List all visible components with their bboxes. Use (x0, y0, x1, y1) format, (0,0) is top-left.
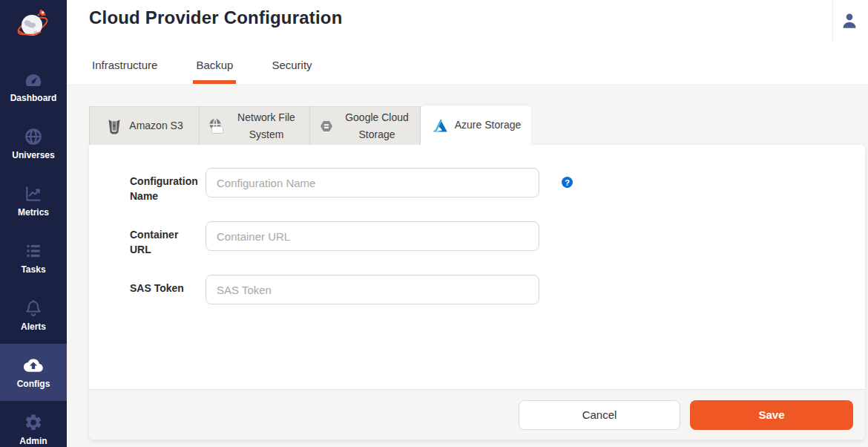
sidebar-item-label: Admin (19, 436, 47, 446)
sas-token-input[interactable] (206, 275, 539, 304)
main-tabs: Infrastructure Backup Security (89, 50, 315, 84)
storage-provider-tabs: Amazon S3 Network File System Google Clo… (89, 106, 531, 145)
configuration-name-label: Configuration Name (130, 168, 194, 203)
network-globe-icon (207, 117, 225, 135)
save-button[interactable]: Save (690, 400, 853, 430)
storage-tab-azure-storage[interactable]: Azure Storage (421, 105, 531, 145)
storage-tab-label: Azure Storage (455, 117, 522, 133)
app-logo[interactable] (0, 0, 67, 58)
task-list-icon (24, 241, 43, 261)
sidebar-item-alerts[interactable]: Alerts (0, 287, 67, 344)
tab-backup[interactable]: Backup (193, 50, 236, 84)
sidebar-item-label: Tasks (21, 264, 45, 275)
gauge-icon (24, 70, 43, 89)
sidebar: Dashboard Universes Metrics Tasks Alerts (0, 0, 67, 447)
s3-bucket-icon (105, 117, 123, 135)
cloud-upload-icon (24, 356, 43, 375)
rocket-icon (37, 10, 46, 16)
help-icon[interactable]: ? (562, 177, 573, 188)
sidebar-item-dashboard[interactable]: Dashboard (0, 58, 67, 115)
sidebar-item-label: Configs (17, 379, 50, 389)
sidebar-item-universes[interactable]: Universes (0, 115, 67, 172)
azure-storage-config-panel: Configuration Name ? Container URL SAS T… (89, 145, 865, 440)
topbar: Cloud Provider Configuration Infrastruct… (67, 0, 868, 84)
form-row-sas-token: SAS Token (130, 275, 865, 304)
container-url-input[interactable] (206, 221, 539, 251)
sidebar-item-admin[interactable]: Admin (0, 401, 67, 447)
gear-icon (24, 413, 43, 432)
azure-icon (431, 117, 449, 134)
storage-tab-label: Amazon S3 (129, 117, 183, 134)
cancel-button[interactable]: Cancel (519, 400, 680, 430)
container-url-label: Container URL (130, 221, 194, 257)
azure-storage-form: Configuration Name ? Container URL SAS T… (89, 145, 865, 304)
sidebar-item-label: Dashboard (10, 93, 57, 103)
tab-infrastructure[interactable]: Infrastructure (89, 50, 160, 84)
tab-security[interactable]: Security (269, 50, 315, 84)
sidebar-item-configs[interactable]: Configs (0, 344, 67, 401)
sidebar-nav: Dashboard Universes Metrics Tasks Alerts (0, 58, 67, 447)
sas-token-label: SAS Token (130, 275, 194, 296)
chart-line-icon (24, 184, 43, 203)
storage-tab-amazon-s3[interactable]: Amazon S3 (89, 106, 200, 145)
sidebar-item-label: Universes (12, 150, 54, 160)
bell-icon (24, 298, 43, 318)
storage-tab-label: Google Cloud Storage (341, 109, 412, 143)
configuration-name-input[interactable] (206, 168, 539, 198)
user-icon (839, 10, 860, 31)
storage-tab-label: Network File System (231, 109, 302, 143)
sidebar-item-metrics[interactable]: Metrics (0, 172, 67, 229)
sidebar-item-label: Alerts (21, 322, 46, 332)
storage-tab-google-cloud-storage[interactable]: Google Cloud Storage (310, 106, 421, 145)
globe-icon (24, 127, 43, 146)
storage-tab-network-file-system[interactable]: Network File System (200, 106, 310, 145)
form-row-configuration-name: Configuration Name ? (130, 168, 865, 203)
sidebar-item-tasks[interactable]: Tasks (0, 229, 67, 287)
form-row-container-url: Container URL (130, 221, 865, 257)
sidebar-item-label: Metrics (18, 207, 49, 218)
user-menu-button[interactable] (839, 10, 860, 34)
form-footer: Cancel Save (89, 389, 865, 440)
gcs-hexagon-icon (318, 117, 335, 135)
page-title: Cloud Provider Configuration (89, 7, 343, 28)
header-divider (832, 0, 833, 42)
planet-rocket-logo-icon (15, 6, 52, 45)
